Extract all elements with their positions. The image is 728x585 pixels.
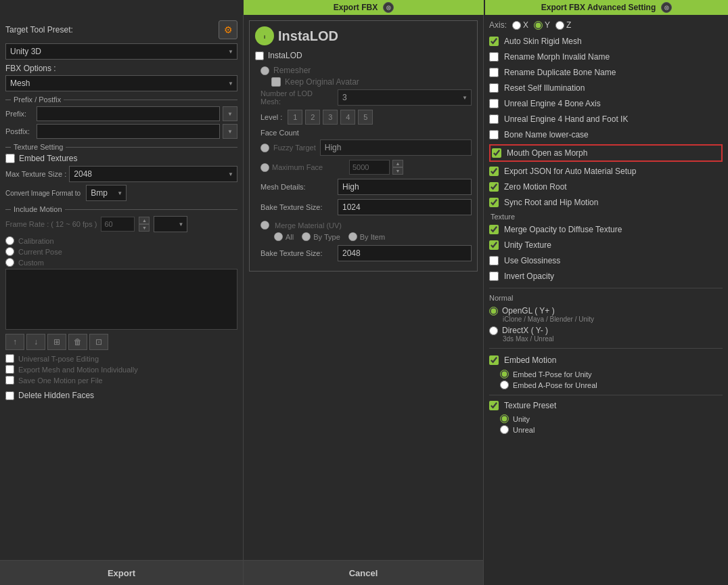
motion-extra-btn[interactable]: ⊡ (89, 334, 108, 350)
export-fbx-advanced-close-btn[interactable]: ⊗ (661, 2, 672, 13)
include-motion-header: Include Motion (5, 205, 237, 213)
mesh-details-dropdown[interactable]: High (338, 179, 472, 195)
motion-add-btn[interactable]: ⊞ (47, 334, 66, 350)
unreal-radio[interactable] (500, 425, 509, 434)
save-one-motion-checkbox[interactable] (5, 376, 14, 385)
rename-duplicate-label: Rename Duplicate Bone Name (504, 68, 616, 77)
keep-original-row: Keep Original Avatar (260, 77, 472, 87)
axis-z-radio[interactable] (555, 21, 564, 30)
embed-apose-radio[interactable] (500, 381, 509, 389)
embed-textures-checkbox[interactable] (5, 154, 15, 163)
use-glossiness-checkbox[interactable] (489, 256, 499, 265)
reset-self-label: Reset Self Illumination (504, 83, 585, 93)
unity-radio[interactable] (500, 414, 509, 423)
embed-tpose-radio[interactable] (500, 370, 509, 378)
texture-preset-checkbox[interactable] (489, 401, 499, 410)
export-json-checkbox[interactable] (489, 167, 499, 176)
frame-rate-row: Frame Rate : ( 12 ~ 60 fps ) ▲ ▼ (5, 216, 237, 232)
fbx-options-label: FBX Options : (5, 64, 237, 73)
auto-skin-row: Auto Skin Rigid Mesh (489, 35, 723, 47)
rename-duplicate-checkbox[interactable] (489, 68, 499, 77)
axis-y-radio[interactable] (534, 21, 543, 30)
frame-rate-input[interactable] (101, 217, 135, 232)
export-fbx-close-btn[interactable]: ⊗ (383, 2, 394, 13)
texture-preset-header: Texture Preset (489, 401, 723, 410)
export-mesh-motion-checkbox[interactable] (5, 365, 14, 374)
unity-label: Unity (513, 415, 530, 423)
keep-original-checkbox[interactable] (271, 77, 281, 87)
level-1-btn[interactable]: 1 (288, 110, 302, 125)
gear-button[interactable]: ⚙ (219, 20, 237, 39)
left-footer: Export (0, 560, 243, 585)
texture-preset-section: Texture Preset Unity Unreal (489, 401, 723, 434)
max-face-input[interactable] (349, 160, 390, 175)
motion-up-btn[interactable]: ↑ (5, 334, 24, 350)
unity-texture-checkbox[interactable] (489, 240, 499, 250)
level-2-btn[interactable]: 2 (305, 110, 320, 125)
lod-mesh-dropdown[interactable]: 3 (338, 89, 472, 106)
postfix-input[interactable] (37, 124, 220, 139)
embed-tpose-label: Embed T-Pose for Unity (513, 370, 592, 378)
merge-material-radio[interactable] (260, 221, 269, 230)
zero-motion-checkbox[interactable] (489, 182, 499, 192)
reset-self-checkbox[interactable] (489, 83, 499, 93)
axis-z-option: Z (555, 20, 571, 30)
postfix-dropdown-btn[interactable]: ▼ (223, 124, 237, 139)
max-face-up[interactable]: ▲ (392, 160, 403, 167)
bake-texture-row: Bake Texture Size: 1024 (260, 199, 472, 215)
motion-down-btn[interactable]: ↓ (26, 334, 45, 350)
bake-texture-dropdown[interactable]: 1024 (338, 199, 472, 215)
calibration-radio[interactable] (5, 236, 14, 245)
export-fbx-advanced-titlebar: Export FBX Advanced Setting ⊗ (484, 0, 728, 15)
motion-delete-btn[interactable]: 🗑 (68, 334, 87, 350)
cancel-button[interactable]: Cancel (244, 561, 483, 585)
calibration-label: Calibration (18, 237, 54, 245)
preset-dropdown-wrapper: Unity 3D (5, 43, 237, 60)
invert-opacity-checkbox[interactable] (489, 272, 499, 281)
sync-root-checkbox[interactable] (489, 198, 499, 207)
max-face-radio[interactable] (260, 163, 269, 172)
export-mesh-motion-row: Export Mesh and Motion Individually (5, 365, 237, 374)
bone-name-lower-checkbox[interactable] (489, 130, 499, 139)
max-face-down[interactable]: ▼ (392, 167, 403, 175)
frame-rate-unit-dropdown[interactable] (154, 216, 187, 232)
target-preset-dropdown[interactable]: Unity 3D (5, 43, 237, 60)
fuzzy-radio[interactable] (260, 144, 269, 152)
universal-tpose-checkbox[interactable] (5, 354, 14, 363)
remesher-radio[interactable] (260, 66, 269, 75)
embed-motion-checkbox[interactable] (489, 355, 499, 365)
fuzzy-target-dropdown[interactable]: High (320, 139, 472, 156)
delete-hidden-faces-checkbox[interactable] (5, 391, 14, 400)
max-texture-dropdown[interactable]: 2048 (69, 166, 237, 182)
bake-texture2-dropdown[interactable]: 2048 (338, 245, 472, 261)
fbx-options-dropdown[interactable]: Mesh (5, 75, 237, 91)
merge-by-item-radio[interactable] (348, 232, 357, 241)
unreal-hand-checkbox[interactable] (489, 114, 499, 124)
calibration-radio-row: Calibration (5, 236, 237, 245)
left-title-spacer (0, 0, 244, 15)
merge-opacity-checkbox[interactable] (489, 225, 499, 234)
export-button[interactable]: Export (0, 561, 243, 585)
convert-image-dropdown[interactable]: Bmp (86, 185, 127, 201)
axis-x-radio[interactable] (512, 21, 521, 30)
level-row: Level : 1 2 3 4 5 (260, 110, 472, 125)
unreal-bone-checkbox[interactable] (489, 99, 499, 108)
prefix-dropdown-btn[interactable]: ▼ (223, 106, 237, 121)
frame-rate-down[interactable]: ▼ (139, 224, 150, 232)
level-3-btn[interactable]: 3 (323, 110, 338, 125)
mouth-open-checkbox[interactable] (492, 148, 501, 158)
normal-header: Normal (489, 294, 723, 302)
frame-rate-up[interactable]: ▲ (139, 217, 150, 224)
level-4-btn[interactable]: 4 (340, 110, 355, 125)
merge-all-radio[interactable] (274, 232, 283, 241)
instalod-checkbox[interactable] (255, 51, 264, 60)
merge-by-type-radio[interactable] (302, 232, 311, 241)
directx-radio[interactable] (489, 326, 498, 335)
auto-skin-checkbox[interactable] (489, 37, 499, 46)
prefix-input[interactable] (37, 106, 220, 121)
custom-radio[interactable] (5, 258, 14, 267)
rename-morph-checkbox[interactable] (489, 52, 499, 62)
level-5-btn[interactable]: 5 (358, 110, 373, 125)
opengl-radio[interactable] (489, 307, 498, 316)
current-pose-radio[interactable] (5, 247, 14, 256)
